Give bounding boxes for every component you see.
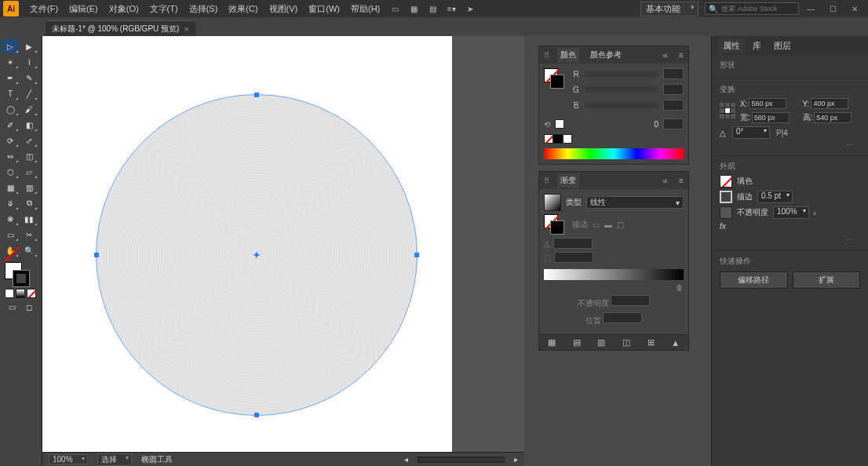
anchor-bottom[interactable]: [254, 413, 259, 417]
footer-icon-3[interactable]: ▥: [597, 337, 605, 348]
color-tab[interactable]: 颜色: [557, 48, 579, 62]
mesh-tool[interactable]: ▦: [2, 180, 19, 195]
perspective-tool[interactable]: ▱: [20, 165, 38, 179]
b-value[interactable]: [663, 100, 684, 111]
h-input[interactable]: [814, 112, 852, 123]
eraser-tool[interactable]: ◧: [20, 118, 38, 132]
stop-location-input[interactable]: [603, 312, 642, 323]
anchor-left[interactable]: [94, 253, 99, 257]
stroke-type-2-icon[interactable]: ▬: [604, 220, 612, 229]
color-fillstroke[interactable]: [544, 68, 564, 89]
menu-help[interactable]: 帮助(H): [346, 2, 385, 16]
g-slider[interactable]: [585, 86, 658, 93]
grip-icon[interactable]: ⠿: [544, 51, 549, 60]
footer-icon-4[interactable]: ◫: [622, 337, 630, 348]
stop-opacity-input[interactable]: [611, 295, 650, 306]
opacity-swatch[interactable]: [720, 206, 732, 219]
doc-icon[interactable]: ▭: [388, 2, 402, 16]
b-slider[interactable]: [585, 102, 658, 108]
selection-tool[interactable]: ▷: [2, 39, 19, 53]
magic-wand-tool[interactable]: ✴: [2, 55, 19, 69]
panel-menu-icon[interactable]: ≡: [679, 50, 684, 60]
white-swatch[interactable]: [555, 119, 564, 129]
blend-tool[interactable]: ⧉: [20, 196, 38, 210]
gradient-fillstroke[interactable]: [544, 214, 564, 235]
gradient-slider[interactable]: [544, 269, 684, 280]
panel-collapse-icon[interactable]: «: [662, 176, 667, 185]
rotate-input[interactable]: 0°: [732, 126, 770, 139]
eyedropper-tool[interactable]: ⤋: [2, 196, 19, 210]
properties-tab[interactable]: 属性: [718, 38, 745, 53]
r-value[interactable]: [663, 68, 684, 79]
menu-window[interactable]: 窗口(W): [304, 2, 345, 16]
stroke-swatch[interactable]: [13, 270, 30, 287]
libraries-tab[interactable]: 库: [748, 38, 766, 53]
anchor-top[interactable]: [254, 93, 259, 97]
aspect-input[interactable]: [554, 252, 593, 263]
lasso-tool[interactable]: ⌇: [20, 55, 38, 69]
stroke-type-3-icon[interactable]: ▢: [617, 220, 624, 229]
footer-icon-1[interactable]: ▦: [548, 337, 556, 348]
search-box[interactable]: 🔍 搜索 Adobe Stock: [705, 2, 799, 15]
spectrum-bar[interactable]: [544, 148, 684, 159]
gradient-tool[interactable]: ▥: [20, 180, 38, 195]
direct-selection-tool[interactable]: ▶: [20, 39, 38, 53]
type-tool[interactable]: T: [2, 86, 19, 100]
column-graph-tool[interactable]: ▮▮: [20, 212, 38, 226]
rotate-tool[interactable]: ⟳: [2, 133, 19, 147]
opacity-more-icon[interactable]: ›: [814, 209, 816, 217]
shaper-tool[interactable]: ✐: [2, 118, 19, 132]
arrange-icon[interactable]: ▤: [425, 2, 439, 16]
gradient-mode-swatch[interactable]: [16, 289, 25, 298]
footer-icon-5[interactable]: ⊞: [647, 337, 655, 348]
fill-color-swatch[interactable]: [720, 175, 732, 187]
screen-mode-normal[interactable]: ▭: [5, 300, 20, 314]
stroke-weight-select[interactable]: 0.5 pt: [757, 191, 793, 203]
menu-file[interactable]: 文件(F): [25, 2, 63, 16]
settings-icon[interactable]: ≡▾: [444, 2, 458, 16]
menu-edit[interactable]: 编辑(E): [64, 2, 103, 16]
zoom-level[interactable]: 100%: [49, 454, 88, 464]
opacity-field[interactable]: [663, 118, 684, 129]
panel-collapse-icon[interactable]: «: [662, 50, 667, 60]
status-mode[interactable]: 选择: [97, 453, 132, 466]
curvature-tool[interactable]: ✎: [20, 71, 38, 85]
color-mode-swatch[interactable]: [5, 289, 14, 298]
footer-icon-2[interactable]: ▤: [573, 337, 581, 348]
footer-icon-6[interactable]: ▲: [671, 338, 680, 348]
color-guide-tab[interactable]: 颜色参考: [587, 48, 625, 62]
flip-icons[interactable]: P|4: [776, 129, 788, 137]
more-transform-icon[interactable]: ⋯: [720, 139, 860, 151]
scroll-right-icon[interactable]: ▸: [514, 455, 518, 464]
ellipse-shape[interactable]: ✦: [96, 94, 418, 416]
pen-tool[interactable]: ✒: [2, 71, 19, 85]
document-tab[interactable]: 未标题-1* @ 100% (RGB/GPU 预览) ×: [46, 20, 195, 36]
white-swatch2[interactable]: [563, 134, 572, 144]
gradient-type-select[interactable]: 线性▾: [586, 196, 684, 209]
grip-icon[interactable]: ⠿: [544, 177, 549, 185]
gradient-preview[interactable]: [544, 194, 561, 211]
workspace-switcher[interactable]: 基本功能: [640, 2, 698, 16]
bridge-icon[interactable]: ▦: [407, 2, 421, 16]
shape-builder-tool[interactable]: ⬡: [2, 165, 19, 179]
slice-tool[interactable]: ✂: [20, 228, 38, 242]
width-tool[interactable]: ⇔: [2, 149, 19, 163]
x-input[interactable]: [749, 98, 786, 109]
y-input[interactable]: [811, 98, 848, 109]
reference-point[interactable]: [720, 103, 735, 118]
minimize-button[interactable]: —: [804, 2, 818, 16]
link-icon[interactable]: ⟲: [544, 120, 550, 129]
gradient-tab[interactable]: 渐变: [557, 173, 579, 187]
symbol-sprayer-tool[interactable]: ❋: [2, 212, 19, 226]
none-swatch[interactable]: [544, 134, 553, 144]
stroke-type-1-icon[interactable]: ▭: [593, 220, 600, 229]
stroke-color-swatch[interactable]: [720, 191, 732, 203]
share-icon[interactable]: ➤: [463, 2, 477, 16]
w-input[interactable]: [752, 112, 790, 123]
angle-input[interactable]: [553, 238, 593, 249]
menu-select[interactable]: 选择(S): [184, 2, 223, 16]
line-tool[interactable]: ╱: [20, 86, 38, 100]
menu-view[interactable]: 视图(V): [264, 2, 303, 16]
close-button[interactable]: ✕: [848, 2, 862, 16]
anchor-right[interactable]: [414, 253, 419, 257]
